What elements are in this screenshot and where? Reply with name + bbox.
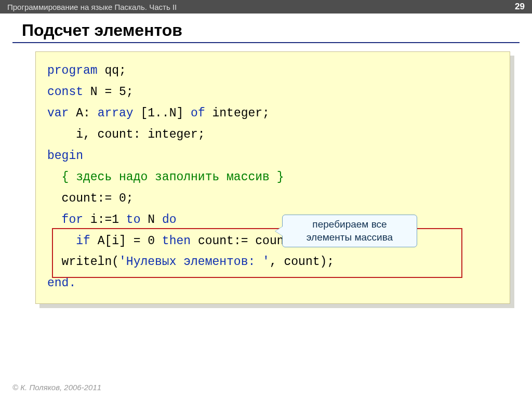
topbar: Программирование на языке Паскаль. Часть… — [0, 0, 532, 14]
callout-line2: элементы массива — [294, 231, 405, 244]
code-wrap: program qq; const N = 5; var A: array [1… — [35, 51, 510, 304]
code-comment: { здесь надо заполнить массив } — [47, 170, 284, 184]
kw-of: of — [191, 107, 205, 120]
kw-program: program — [47, 64, 98, 77]
code-text: N = 5; — [83, 85, 134, 99]
kw-for: for — [62, 213, 83, 227]
code-text: N — [140, 213, 162, 227]
code-text: A: — [69, 107, 97, 120]
callout-line1: перебираем все — [294, 218, 405, 231]
copyright-text: © К. Поляков, 2006-2011 — [12, 383, 101, 392]
breadcrumb: Программирование на языке Паскаль. Часть… — [7, 3, 177, 11]
kw-const: const — [47, 85, 83, 99]
kw-to: to — [126, 213, 141, 227]
page-number: 29 — [515, 2, 525, 12]
kw-begin: begin — [47, 149, 83, 163]
code-text: [1..N] — [134, 107, 191, 120]
footer: © К. Поляков, 2006-2011 — [10, 383, 101, 392]
title-rule — [12, 42, 520, 43]
code-text: i, count: integer; — [47, 128, 205, 141]
code-text: count:= 0; — [47, 192, 134, 205]
kw-end: end. — [47, 276, 76, 290]
kw-array: array — [98, 107, 134, 120]
code-text: integer; — [205, 107, 270, 120]
kw-var: var — [47, 107, 69, 120]
kw-do: do — [162, 213, 177, 227]
slide-title: Подсчет элементов — [22, 21, 532, 40]
code-text — [47, 213, 62, 227]
code-text: qq; — [98, 64, 126, 77]
code-text: i:=1 — [83, 213, 126, 227]
callout: перебираем все элементы массива — [282, 215, 417, 247]
